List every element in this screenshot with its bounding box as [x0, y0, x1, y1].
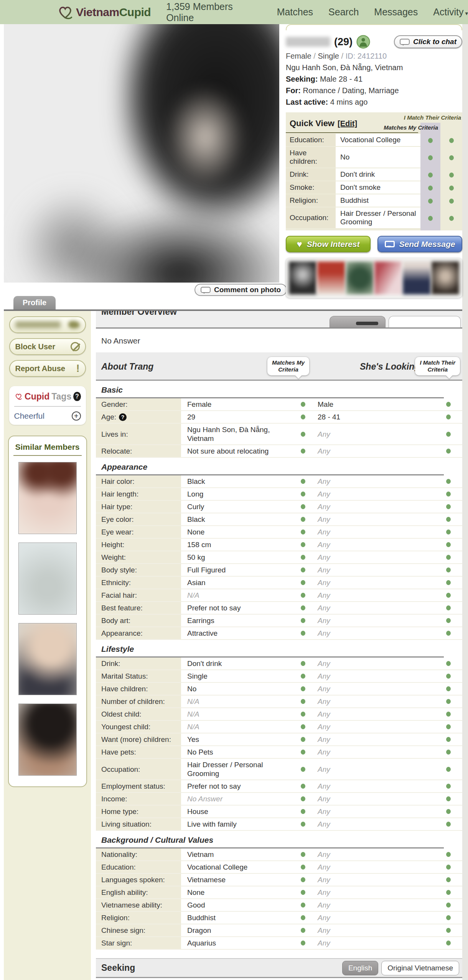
send-message-button[interactable]: Send Message — [377, 236, 462, 252]
language-toggle-english[interactable]: English — [342, 961, 378, 975]
vietnamcupid-logo[interactable]: VietnamCupid — [57, 4, 151, 21]
quick-view-edit-link[interactable]: [Edit] — [338, 119, 357, 128]
match-dot — [301, 767, 305, 772]
about-section-header: About Trang Matches MyCriteria She's Loo… — [96, 352, 462, 381]
exclamation-icon: ! — [76, 363, 80, 375]
similar-member-photo[interactable] — [18, 623, 77, 695]
row-value: None — [181, 886, 295, 898]
photo-thumbnail[interactable] — [403, 261, 430, 294]
show-interest-button[interactable]: ♥ Show Interest — [286, 236, 371, 252]
match-dot — [446, 915, 451, 920]
click-to-chat-button[interactable]: Click to chat — [394, 35, 462, 48]
quick-view-divider — [286, 132, 418, 133]
cupidtags-help-icon[interactable]: ? — [73, 392, 81, 401]
photo-thumbnail[interactable] — [317, 261, 345, 294]
match-dot — [301, 504, 305, 509]
similar-member-photo[interactable] — [18, 543, 77, 615]
similar-member-photo[interactable] — [18, 462, 77, 534]
row-label: Youngest child: — [96, 721, 181, 733]
tab-profile[interactable]: Profile — [13, 296, 56, 309]
table-row: Marital Status:SingleAny — [96, 670, 462, 683]
match-dot — [446, 618, 451, 623]
quick-view-label: Have children: — [286, 147, 336, 168]
block-user-button[interactable]: Block User — [9, 338, 86, 355]
row-seeking-value: Any — [311, 513, 434, 525]
profile-summary-panel: (29) Click to chat Female / Single / ID:… — [286, 24, 462, 298]
row-seeking-value: Any — [311, 670, 434, 682]
row-seeking-value: Any — [311, 526, 434, 538]
photo-thumbnail[interactable] — [346, 261, 374, 294]
row-value: 29 — [181, 411, 295, 423]
profile-tab-bar: Profile — [4, 296, 468, 309]
match-dot — [301, 890, 305, 895]
quick-view-panel: Quick View[Edit] I Match Their Criteria … — [286, 112, 462, 230]
language-toggle-original-vietnamese[interactable]: Original Vietnamese — [381, 961, 459, 975]
quick-view-label: Drink: — [286, 168, 336, 181]
row-seeking-value: Any — [311, 708, 434, 720]
member-for: For: Romance / Dating, Marriage — [286, 86, 462, 96]
row-label: Appearance: — [96, 627, 181, 639]
add-favourite-button[interactable] — [9, 316, 86, 333]
photo-thumbnail[interactable] — [432, 261, 459, 294]
cupidtag-cheerful[interactable]: Cheerful — [14, 411, 44, 421]
match-dot — [446, 504, 451, 509]
photo-thumbnail[interactable] — [289, 261, 316, 294]
match-dot — [449, 186, 454, 191]
row-seeking-value: Any — [311, 912, 434, 924]
nav-messages[interactable]: Messages — [374, 7, 418, 18]
block-icon — [71, 342, 80, 351]
member-overview-body: No Answer — [96, 329, 462, 352]
profile-photo[interactable] — [4, 24, 279, 283]
row-value: Aquarius — [181, 937, 295, 949]
help-icon[interactable]: ? — [119, 413, 127, 421]
add-tag-icon[interactable]: + — [72, 411, 81, 421]
quick-view-row: Drink:Don't drink — [286, 168, 462, 181]
table-row: Appearance:AttractiveAny — [96, 627, 462, 640]
match-dot — [446, 492, 451, 497]
section-header: Lifestyle — [96, 640, 462, 656]
nav-matches[interactable]: Matches — [277, 7, 313, 18]
match-dot — [301, 580, 305, 585]
profile-top-section: Comment on photo (29) Click to chat Fema… — [4, 24, 462, 296]
match-dot — [446, 449, 451, 454]
language-toggle-english-clipped[interactable] — [330, 316, 386, 327]
match-dot — [301, 593, 305, 598]
match-dot — [301, 402, 305, 407]
row-seeking-value: Any — [311, 627, 434, 639]
comment-on-photo-button[interactable]: Comment on photo — [194, 284, 287, 296]
match-dot — [301, 915, 305, 920]
row-label: Nationality: — [96, 848, 181, 860]
match-dot — [428, 138, 433, 143]
row-value: No Pets — [181, 746, 295, 758]
match-dot — [446, 567, 451, 572]
photo-thumbnail-strip — [286, 258, 462, 298]
photo-thumbnail[interactable] — [374, 261, 402, 294]
row-value: Vietnam — [181, 848, 295, 860]
row-value: None — [181, 526, 295, 538]
seeking-body: No Answer — [96, 978, 462, 980]
row-value: Female — [181, 398, 295, 410]
row-seeking-value: Any — [311, 759, 434, 779]
language-toggle-vietnamese-clipped[interactable] — [389, 316, 461, 327]
table-row: Star sign:AquariusAny — [96, 937, 462, 950]
match-dot — [446, 890, 451, 895]
row-seeking-value: Any — [311, 746, 434, 758]
match-dot — [301, 750, 305, 755]
nav-search[interactable]: Search — [328, 7, 359, 18]
quick-view-label: Education: — [286, 134, 336, 147]
match-dot — [301, 699, 305, 704]
row-label: Body art: — [96, 615, 181, 626]
quick-view-row: Occupation:Hair Dresser / Personal Groom… — [286, 207, 462, 229]
match-dot — [446, 542, 451, 547]
matches-my-criteria-label: Matches My Criteria — [384, 124, 438, 131]
row-seeking-value: Male — [311, 398, 434, 410]
match-dot — [301, 529, 305, 534]
row-seeking-value: Any — [311, 780, 434, 792]
nav-activity[interactable]: Activity▾ — [433, 7, 468, 18]
similar-member-photo[interactable] — [18, 704, 77, 776]
match-dot — [301, 414, 305, 419]
match-dot — [301, 686, 305, 691]
row-seeking-value: Any — [311, 886, 434, 898]
report-abuse-button[interactable]: Report Abuse ! — [9, 360, 86, 377]
panel-top-border — [286, 24, 462, 30]
